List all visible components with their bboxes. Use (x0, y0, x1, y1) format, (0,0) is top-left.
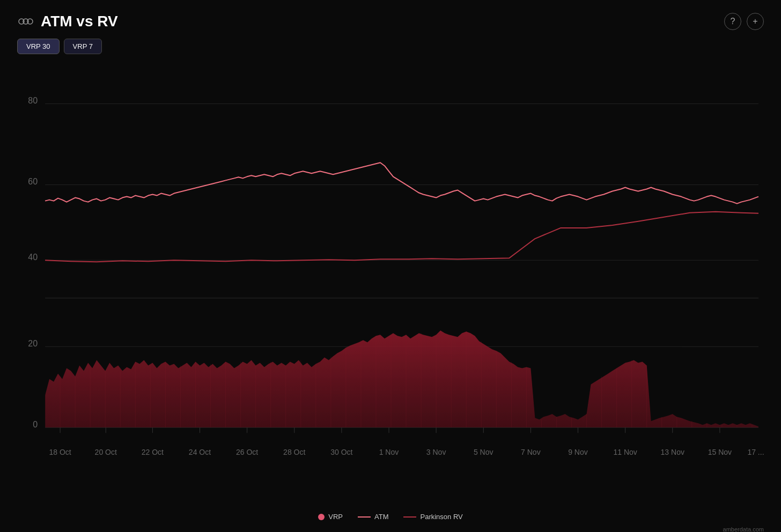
vrp-area (45, 330, 758, 427)
atm-label: ATM (374, 513, 388, 521)
xaxis-18oct: 18 Oct (49, 448, 71, 456)
legend-parkinson: Parkinson RV (403, 513, 462, 521)
add-button[interactable]: + (747, 13, 764, 30)
help-button[interactable]: ? (724, 13, 741, 30)
tab-vrp7[interactable]: VRP 7 (64, 39, 102, 54)
atm-line-legend (358, 516, 371, 518)
legend-atm: ATM (358, 513, 388, 521)
legend-row: VRP ATM Parkinson RV (17, 513, 764, 523)
yaxis-20: 20 (28, 338, 38, 348)
vrp-label: VRP (328, 513, 343, 521)
header: ATM vs RV ? + (17, 13, 764, 30)
vrp-dot (318, 514, 325, 520)
yaxis-60: 60 (28, 176, 38, 186)
parkinson-rv-line (45, 212, 758, 262)
page-title: ATM vs RV (41, 13, 118, 30)
atm-rv-icon (17, 13, 34, 30)
header-actions: ? + (724, 13, 764, 30)
page-container: ATM vs RV ? + VRP 30 VRP 7 80 60 40 20 0 (0, 0, 781, 532)
yaxis-0: 0 (33, 419, 38, 429)
xaxis-3nov: 3 Nov (426, 448, 446, 456)
watermark: amberdata.com (17, 526, 764, 532)
xaxis-7nov: 7 Nov (521, 448, 541, 456)
parkinson-label: Parkinson RV (420, 513, 462, 521)
xaxis-26oct: 26 Oct (236, 448, 258, 456)
chart-area: 80 60 40 20 0 (17, 61, 764, 523)
xaxis-30oct: 30 Oct (330, 448, 352, 456)
yaxis-40: 40 (28, 252, 38, 262)
xaxis-5nov: 5 Nov (474, 448, 493, 456)
xaxis-9nov: 9 Nov (568, 448, 588, 456)
xaxis-13nov: 13 Nov (661, 448, 684, 456)
xaxis-1nov: 1 Nov (379, 448, 399, 456)
yaxis-80: 80 (28, 95, 38, 105)
atm-line (45, 162, 758, 203)
main-chart-svg: 80 60 40 20 0 (17, 61, 764, 508)
tab-vrp30[interactable]: VRP 30 (17, 39, 60, 54)
tabs-row: VRP 30 VRP 7 (17, 39, 764, 54)
xaxis-28oct: 28 Oct (283, 448, 305, 456)
title-row: ATM vs RV (17, 13, 118, 30)
legend-vrp: VRP (318, 513, 343, 521)
parkinson-line-legend (403, 516, 416, 518)
xaxis-15nov: 15 Nov (708, 448, 732, 456)
chart-wrapper: 80 60 40 20 0 (17, 61, 764, 508)
xaxis-24oct: 24 Oct (189, 448, 211, 456)
xaxis-11nov: 11 Nov (613, 448, 637, 456)
xaxis-22oct: 22 Oct (142, 448, 164, 456)
xaxis-20oct: 20 Oct (95, 448, 117, 456)
xaxis-17: 17 ... (747, 448, 764, 456)
